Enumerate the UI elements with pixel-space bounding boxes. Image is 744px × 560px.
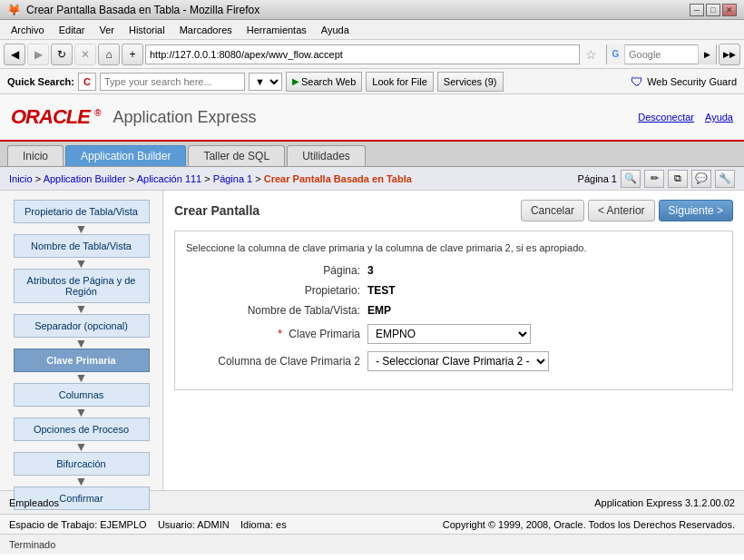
sidebar-item-separador[interactable]: Separador (opcional) [14, 314, 150, 338]
tab-inicio[interactable]: Inicio [7, 145, 64, 166]
search-web-button[interactable]: ▶ Search Web [286, 72, 362, 92]
content-body: Seleccione la columna de clave primaria … [174, 231, 733, 390]
page-field-label: Página: [186, 264, 367, 277]
breadcrumb-page1[interactable]: Página 1 [213, 173, 252, 184]
sidebar-item-bifurcacion[interactable]: Bifurcación [14, 452, 150, 476]
breadcrumb-bar: Inicio > Application Builder > Aplicació… [0, 167, 744, 191]
previous-button[interactable]: < Anterior [588, 200, 655, 221]
sidebar: Propietario de Tabla/Vista ▼ Nombre de T… [0, 191, 163, 490]
arrow-icon-6: ▼ [75, 442, 88, 451]
form-row-pk2: Columna de Clave Primaria 2 - Selecciona… [186, 351, 721, 371]
pk-select[interactable]: EMPNO DEPTNO MGR SAL [367, 324, 531, 344]
google-search-icon[interactable]: G [607, 44, 625, 64]
reload-button[interactable]: ↻ [51, 44, 73, 65]
workspace-info: Espacio de Trabajo: EJEMPLO Usuario: ADM… [9, 519, 287, 530]
sidebar-item-clave-primaria[interactable]: Clave Primaria [14, 349, 150, 372]
home-button[interactable]: ⌂ [98, 44, 120, 65]
quick-search-dropdown[interactable]: ▼ [249, 73, 282, 91]
page-search-icon[interactable]: 🔍 [621, 170, 641, 188]
menu-herramientas[interactable]: Herramientas [240, 23, 314, 37]
bookmark-star-icon[interactable]: ☆ [582, 47, 601, 62]
page-edit-icon[interactable]: ✏ [644, 170, 664, 188]
sidebar-label-columnas: Columnas [59, 389, 104, 400]
required-indicator: * [278, 328, 282, 340]
stop-button[interactable]: ✕ [74, 44, 96, 65]
tab-application-builder[interactable]: Application Builder [65, 145, 186, 166]
content-header: Crear Pantalla Cancelar < Anterior Sigui… [174, 200, 733, 221]
form-row-table: Nombre de Tabla/Vista: EMP [186, 304, 721, 317]
status-text: Terminado [9, 539, 55, 550]
oracle-header: ORACLE ® Application Express Desconectar… [0, 94, 744, 142]
forward-button[interactable]: ▶ [27, 44, 49, 65]
security-guard-label: Web Security Guard [647, 76, 737, 87]
breadcrumb: Inicio > Application Builder > Aplicació… [9, 173, 412, 184]
menu-editar[interactable]: Editar [52, 23, 93, 37]
security-guard: 🛡 Web Security Guard [631, 74, 737, 89]
pk-field-label: * Clave Primaria [186, 328, 367, 340]
breadcrumb-app-builder[interactable]: Application Builder [44, 173, 126, 184]
page-wrench-icon[interactable]: 🔧 [715, 170, 735, 188]
status-bar-bottom: Espacio de Trabajo: EJEMPLO Usuario: ADM… [0, 514, 744, 534]
menu-archivo[interactable]: Archivo [4, 23, 52, 37]
menu-ver[interactable]: Ver [92, 23, 122, 37]
breadcrumb-app111[interactable]: Aplicación 111 [137, 173, 202, 184]
sidebar-label-propietario: Propietario de Tabla/Vista [24, 206, 138, 217]
pk-label-text: Clave Primaria [289, 328, 360, 340]
content-description: Seleccione la columna de clave primaria … [186, 242, 721, 253]
menu-ayuda[interactable]: Ayuda [314, 23, 357, 37]
content-buttons: Cancelar < Anterior Siguiente > [521, 200, 733, 221]
search-web-label: Search Web [301, 76, 356, 87]
page-field-value: 3 [367, 264, 374, 277]
help-link[interactable]: Ayuda [705, 112, 733, 123]
google-search-input[interactable] [625, 49, 698, 60]
search-go-button[interactable]: ▶ [698, 44, 716, 64]
menu-marcadores[interactable]: Marcadores [172, 23, 240, 37]
status-left: Empleados [9, 497, 59, 508]
cancel-button[interactable]: Cancelar [521, 200, 584, 221]
address-bar[interactable] [145, 44, 580, 64]
sidebar-label-clave: Clave Primaria [46, 355, 115, 366]
tab-utilidades[interactable]: Utilidades [287, 145, 366, 166]
look-for-file-button[interactable]: Look for File [366, 72, 434, 92]
main-content: Propietario de Tabla/Vista ▼ Nombre de T… [0, 191, 744, 490]
back-button[interactable]: ◀ [4, 44, 25, 65]
owner-field-value: TEST [367, 284, 396, 297]
sidebar-item-propietario[interactable]: Propietario de Tabla/Vista [14, 200, 150, 223]
table-field-label: Nombre de Tabla/Vista: [186, 304, 367, 317]
status-right: Application Express 3.1.2.00.02 [594, 497, 735, 508]
breadcrumb-current: Crear Pantalla Basada en Tabla [264, 173, 412, 184]
menu-bar: Archivo Editar Ver Historial Marcadores … [0, 20, 744, 40]
page-info: Página 1 🔍 ✏ ⧉ 💬 🔧 [578, 170, 735, 188]
page-label: Página 1 [578, 173, 617, 184]
maximize-button[interactable]: □ [706, 4, 720, 16]
services-label: Services (9) [444, 76, 497, 87]
minimize-button[interactable]: ─ [690, 4, 704, 16]
pk2-select[interactable]: - Seleccionar Clave Primaria 2 - EMPNO D… [367, 351, 549, 371]
tab-taller-sql[interactable]: Taller de SQL [188, 145, 285, 166]
arrow-icon-4: ▼ [75, 373, 88, 382]
tab-bar: Inicio Application Builder Taller de SQL… [0, 142, 744, 167]
sidebar-item-nombre-tabla[interactable]: Nombre de Tabla/Vista [14, 234, 150, 258]
quick-search-input[interactable] [100, 73, 245, 91]
close-button[interactable]: ✕ [722, 4, 737, 16]
page-copy-icon[interactable]: ⧉ [668, 170, 688, 188]
arrow-icon-7: ▼ [75, 476, 88, 486]
quick-search-bar: Quick Search: C ▼ ▶ Search Web Look for … [0, 69, 744, 94]
quick-search-icon[interactable]: C [78, 73, 96, 91]
menu-extra-button[interactable]: ▶▶ [719, 44, 740, 65]
sidebar-item-columnas[interactable]: Columnas [14, 383, 150, 407]
sidebar-label-separador: Separador (opcional) [34, 320, 128, 331]
sidebar-item-atributos[interactable]: Atributos de Página y de Región [14, 269, 150, 303]
services-button[interactable]: Services (9) [437, 72, 504, 92]
breadcrumb-inicio[interactable]: Inicio [9, 173, 33, 184]
add-tab-button[interactable]: + [122, 44, 143, 65]
user-label: Usuario: ADMIN [158, 519, 230, 530]
oracle-logo-text: ORACLE [11, 105, 90, 128]
page-comment-icon[interactable]: 💬 [691, 170, 711, 188]
form-row-pk: * Clave Primaria EMPNO DEPTNO MGR SAL [186, 324, 721, 344]
next-button[interactable]: Siguiente > [659, 200, 733, 221]
menu-historial[interactable]: Historial [122, 23, 172, 37]
disconnect-link[interactable]: Desconectar [638, 112, 694, 123]
content-panel: Crear Pantalla Cancelar < Anterior Sigui… [163, 191, 744, 490]
sidebar-item-opciones-proceso[interactable]: Opciones de Proceso [14, 418, 150, 441]
